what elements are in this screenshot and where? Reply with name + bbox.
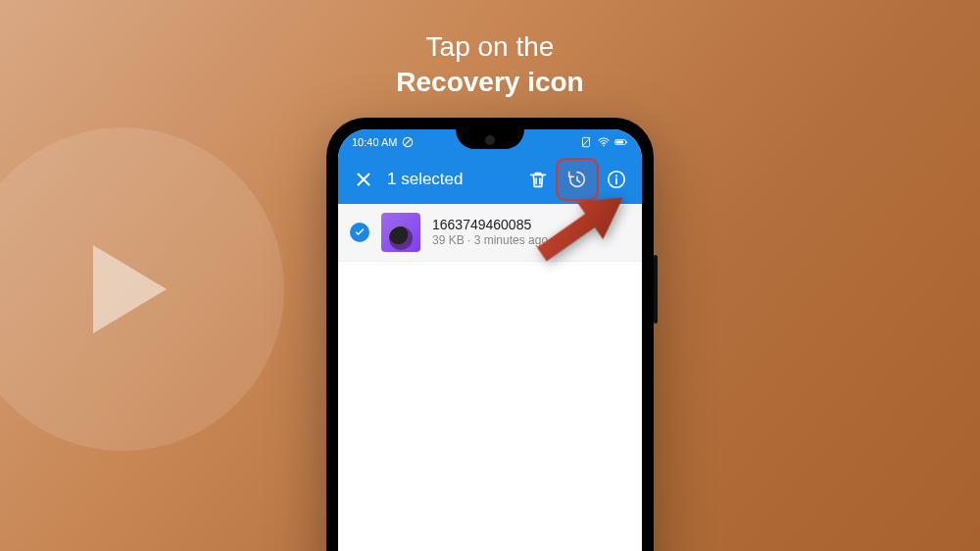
svg-point-5: [603, 145, 605, 147]
status-time: 10:40 AM: [352, 136, 397, 148]
phone-notch: [456, 129, 524, 149]
file-thumbnail: [381, 213, 420, 252]
do-not-disturb-icon: [401, 135, 415, 149]
play-watermark: [0, 127, 284, 451]
battery-icon: [614, 135, 628, 149]
info-button[interactable]: [597, 160, 636, 199]
instruction-line2: Recovery icon: [396, 67, 583, 97]
info-icon: [606, 169, 627, 190]
instruction-text: Tap on the Recovery icon: [0, 29, 980, 101]
file-list: 1663749460085 39 KB · 3 minutes ago: [338, 204, 642, 262]
wifi-icon: [597, 135, 611, 149]
selection-app-bar: 1 selected: [338, 155, 642, 204]
phone-power-button: [654, 255, 658, 324]
svg-point-10: [615, 175, 617, 176]
close-icon: [353, 169, 374, 190]
svg-line-2: [406, 139, 412, 145]
list-item[interactable]: 1663749460085 39 KB · 3 minutes ago: [338, 204, 642, 262]
svg-line-4: [582, 137, 590, 146]
play-icon: [49, 216, 196, 363]
no-sim-icon: [579, 135, 593, 149]
instruction-line1: Tap on the: [426, 31, 555, 62]
tutorial-slide: Tap on the Recovery icon 10:40 AM: [0, 0, 980, 551]
svg-rect-8: [626, 141, 627, 143]
svg-rect-7: [616, 141, 624, 144]
file-name: 1663749460085: [432, 217, 548, 234]
check-icon: [354, 226, 366, 238]
selection-checkbox[interactable]: [350, 223, 369, 242]
recovery-button[interactable]: [558, 160, 597, 199]
phone-frame: 10:40 AM 1 selected: [326, 118, 654, 551]
selection-count: 1 selected: [383, 170, 518, 189]
svg-marker-0: [93, 245, 167, 333]
delete-button[interactable]: [518, 160, 558, 199]
close-selection-button[interactable]: [344, 160, 383, 199]
recovery-icon: [566, 169, 588, 190]
trash-icon: [527, 169, 549, 190]
file-meta: 39 KB · 3 minutes ago: [432, 233, 548, 248]
phone-screen: 10:40 AM 1 selected: [338, 129, 642, 551]
file-text: 1663749460085 39 KB · 3 minutes ago: [432, 217, 548, 249]
